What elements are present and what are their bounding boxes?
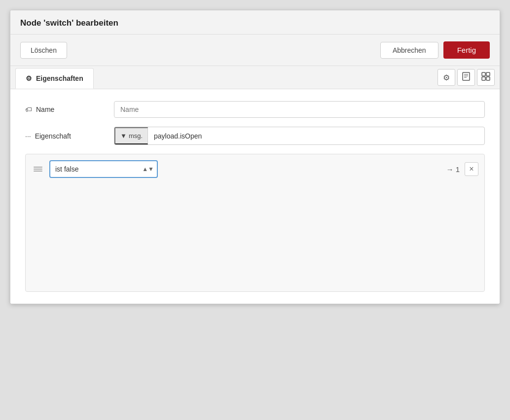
rule-select-wrapper: ist false ist true ist null ist nicht nu… bbox=[49, 160, 158, 178]
property-type-arrow: ▼ bbox=[120, 132, 127, 140]
tab-label: Eigenschaften bbox=[36, 74, 83, 82]
rules-container: ist false ist true ist null ist nicht nu… bbox=[25, 154, 485, 292]
settings-icon: ⚙ bbox=[443, 73, 450, 82]
property-type-button[interactable]: ▼ msg. bbox=[114, 127, 148, 144]
tag-icon: 🏷 bbox=[25, 105, 32, 113]
layout-icon bbox=[481, 72, 490, 83]
drag-handle[interactable] bbox=[32, 166, 44, 173]
tab-gear-icon: ⚙ bbox=[26, 74, 32, 82]
dialog-title: Node 'switch' bearbeiten bbox=[10, 10, 500, 35]
svg-rect-0 bbox=[463, 72, 470, 80]
rule-select[interactable]: ist false ist true ist null ist nicht nu… bbox=[49, 160, 158, 178]
doc-icon bbox=[462, 72, 470, 83]
tabs-container: ⚙ Eigenschaften ⚙ bbox=[10, 66, 500, 89]
property-value-text: payload.isOpen bbox=[148, 128, 484, 144]
layout-icon-button[interactable] bbox=[477, 69, 495, 86]
svg-rect-7 bbox=[486, 77, 490, 80]
delete-button[interactable]: Löschen bbox=[20, 42, 67, 59]
name-input[interactable] bbox=[114, 101, 485, 118]
settings-icon-button[interactable]: ⚙ bbox=[437, 69, 455, 86]
property-label-group: ··· Eigenschaft bbox=[25, 132, 114, 140]
property-field: ▼ msg. payload.isOpen bbox=[114, 127, 485, 145]
content-area: 🏷 Name ··· Eigenschaft ▼ msg. payload.is… bbox=[10, 89, 500, 304]
tab-eigenschaften[interactable]: ⚙ Eigenschaften bbox=[15, 68, 94, 89]
remove-button[interactable]: × bbox=[465, 162, 478, 176]
doc-icon-button[interactable] bbox=[457, 69, 475, 86]
name-row: 🏷 Name bbox=[25, 101, 485, 118]
tab-icons: ⚙ bbox=[437, 69, 495, 86]
table-row: ist false ist true ist null ist nicht nu… bbox=[32, 160, 478, 178]
name-label-group: 🏷 Name bbox=[25, 105, 114, 113]
property-label-text: Eigenschaft bbox=[35, 132, 71, 140]
name-label-text: Name bbox=[36, 105, 54, 113]
svg-rect-5 bbox=[486, 72, 490, 76]
arrow-indicator: → 1 bbox=[163, 165, 460, 174]
property-type-label: msg. bbox=[129, 132, 143, 140]
dialog: Node 'switch' bearbeiten Löschen Abbrech… bbox=[10, 10, 500, 304]
toolbar: Löschen Abbrechen Fertig bbox=[10, 35, 500, 66]
arrow-indicator-text: → 1 bbox=[446, 165, 460, 174]
dialog-title-text: Node 'switch' bearbeiten bbox=[20, 18, 118, 28]
done-button[interactable]: Fertig bbox=[443, 41, 490, 59]
cancel-button[interactable]: Abbrechen bbox=[380, 42, 438, 59]
dots-icon: ··· bbox=[25, 132, 31, 140]
property-row: ··· Eigenschaft ▼ msg. payload.isOpen bbox=[25, 127, 485, 145]
svg-rect-6 bbox=[482, 77, 485, 80]
svg-rect-4 bbox=[482, 72, 485, 76]
